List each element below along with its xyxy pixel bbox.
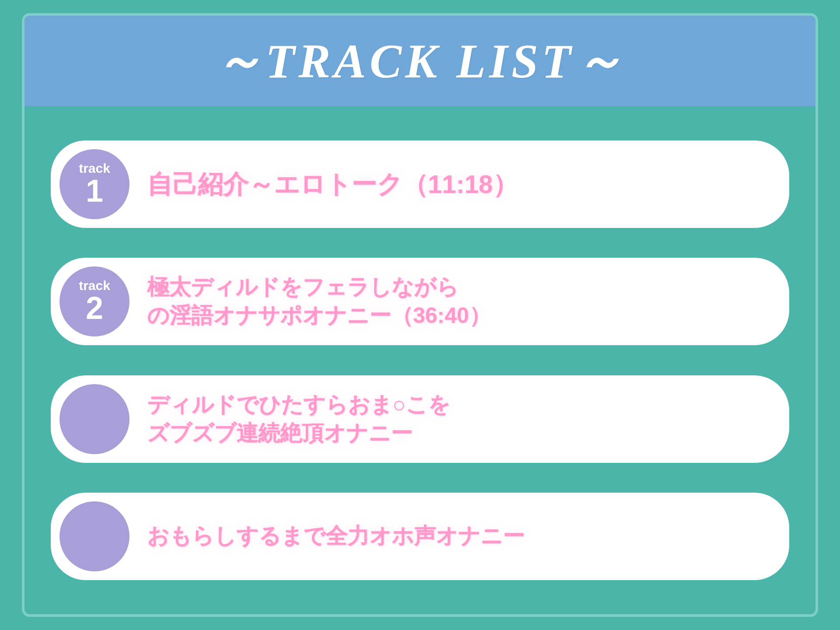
track-1-badge-number: 1 [86, 175, 103, 206]
track-4-badge [60, 501, 130, 571]
track-row-4: おもらしするまで全力オホ声オナニー [51, 493, 789, 580]
track-row-2: track 2 極太ディルドをフェラしながらの淫語オナサポオナニー（36:40） [51, 258, 789, 345]
track-row-3: ディルドでひたすらおま○こをズブズブ連続絶頂オナニー [51, 375, 789, 463]
track-3-text: ディルドでひたすらおま○こをズブズブ連続絶頂オナニー [147, 391, 450, 448]
track-1-text: 自己紹介～エロトーク（11:18） [147, 168, 518, 200]
track-1-badge: track 1 [60, 149, 130, 219]
header: ～TRACK LIST～ [24, 16, 816, 106]
track-4-text: おもらしするまで全力オホ声オナニー [147, 522, 525, 550]
track-3-badge [60, 384, 130, 454]
tracks-container: track 1 自己紹介～エロトーク（11:18） track 2 極太ディルド… [24, 106, 816, 614]
page-title: ～TRACK LIST～ [24, 29, 816, 94]
track-2-text: 極太ディルドをフェラしながらの淫語オナサポオナニー（36:40） [147, 273, 491, 330]
outer-border: ～TRACK LIST～ track 1 自己紹介～エロトーク（11:18） t… [22, 13, 818, 617]
track-2-badge: track 2 [60, 266, 130, 336]
track-row-1: track 1 自己紹介～エロトーク（11:18） [51, 140, 789, 228]
track-2-badge-number: 2 [86, 292, 103, 324]
